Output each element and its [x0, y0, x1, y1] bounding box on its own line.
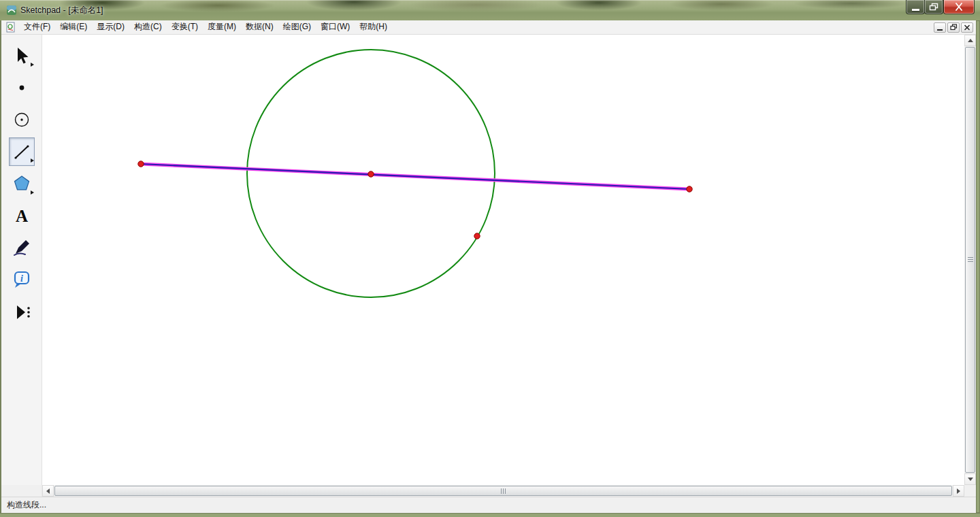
menu-item-help[interactable]: 帮助(H)	[355, 20, 392, 34]
polygon-icon	[11, 172, 33, 195]
sketchpad-window: Sketchpad - [未命名1]	[0, 0, 980, 517]
right-arrow-icon	[957, 488, 960, 494]
horizontal-scroll-thumb[interactable]	[54, 486, 952, 496]
mdi-close-icon	[964, 24, 970, 31]
close-button[interactable]	[943, 0, 975, 14]
window-title: Sketchpad - [未命名1]	[20, 0, 103, 20]
mdi-restore-icon	[950, 24, 958, 31]
geometry-point[interactable]	[687, 186, 692, 192]
vertical-scroll-track[interactable]	[964, 46, 976, 473]
marker-icon	[11, 237, 33, 258]
point-tool[interactable]	[9, 73, 35, 102]
minimize-icon	[912, 9, 919, 11]
text-icon: A	[11, 205, 33, 227]
point-icon	[11, 77, 33, 99]
custom-tool-icon	[11, 301, 33, 322]
grip-icon	[501, 488, 506, 494]
segment-icon	[11, 141, 33, 163]
compass-tool[interactable]	[9, 105, 35, 134]
geometry-point[interactable]	[138, 161, 144, 167]
scroll-up-button[interactable]	[964, 35, 976, 46]
menu-item-data[interactable]: 数据(N)	[241, 20, 278, 34]
geometry-point[interactable]	[474, 233, 480, 239]
selection-arrow-tool[interactable]	[9, 41, 35, 70]
svg-text:A: A	[15, 207, 27, 225]
flyout-arrow-icon	[31, 190, 34, 195]
left-arrow-icon	[46, 488, 50, 494]
minimize-button[interactable]	[906, 0, 925, 14]
menu-item-construct[interactable]: 构造(C)	[129, 20, 167, 34]
scrollbar-corner	[964, 485, 976, 497]
horizontal-scrollbar-row	[1, 485, 976, 497]
maximize-button[interactable]	[924, 0, 943, 14]
compass-circle-icon	[11, 109, 33, 131]
horizontal-scroll-track[interactable]	[54, 485, 953, 497]
custom-tool[interactable]	[9, 297, 35, 326]
geometry-segment[interactable]	[141, 164, 689, 189]
scroll-left-button[interactable]	[42, 485, 54, 497]
status-bar: 构造线段...	[1, 497, 976, 513]
flyout-arrow-icon	[31, 159, 34, 163]
geometry-layer	[42, 35, 964, 485]
toolbox: A i	[1, 35, 42, 485]
marker-tool[interactable]	[9, 233, 35, 262]
grip-icon	[968, 257, 973, 263]
canvas[interactable]	[42, 35, 964, 485]
mdi-close-button[interactable]	[961, 22, 973, 33]
status-text: 构造线段...	[7, 499, 46, 511]
close-icon	[954, 3, 964, 11]
horizontal-scrollbar	[42, 485, 964, 497]
menu-item-graph[interactable]: 绘图(G)	[278, 20, 316, 34]
menu-item-edit[interactable]: 编辑(E)	[55, 20, 92, 34]
menu-item-transform[interactable]: 变换(T)	[167, 20, 203, 34]
window-border-right	[976, 20, 980, 513]
svg-text:i: i	[20, 273, 23, 284]
window-border-bottom	[0, 513, 980, 517]
titlebar[interactable]: Sketchpad - [未命名1]	[0, 0, 980, 20]
vertical-scroll-thumb[interactable]	[965, 47, 975, 473]
information-tool[interactable]: i	[9, 265, 35, 294]
selection-arrow-icon	[11, 45, 33, 67]
scrollbar-left-spacer	[1, 485, 42, 497]
mdi-restore-button[interactable]	[947, 22, 960, 33]
document-icon[interactable]	[5, 22, 16, 33]
restore-icon	[929, 3, 938, 11]
vertical-scrollbar	[964, 35, 976, 485]
mdi-minimize-button[interactable]	[934, 22, 946, 33]
flyout-arrow-icon	[31, 63, 34, 67]
scroll-down-button[interactable]	[964, 473, 976, 485]
menubar: 文件(F) 编辑(E) 显示(D) 构造(C) 变换(T) 度量(M) 数据(N…	[1, 20, 976, 35]
menu-item-window[interactable]: 窗口(W)	[316, 20, 355, 34]
down-arrow-icon	[968, 478, 973, 481]
text-tool[interactable]: A	[9, 201, 35, 230]
menu-item-file[interactable]: 文件(F)	[19, 20, 55, 34]
scroll-right-button[interactable]	[953, 485, 964, 497]
mdi-minimize-icon	[937, 29, 943, 31]
app-icon	[6, 5, 17, 16]
segment-tool[interactable]	[9, 137, 35, 166]
up-arrow-icon	[968, 39, 973, 42]
menu-item-display[interactable]: 显示(D)	[92, 20, 129, 34]
mdi-window-controls	[934, 22, 976, 33]
polygon-tool[interactable]	[9, 169, 35, 198]
menu-item-measure[interactable]: 度量(M)	[203, 20, 241, 34]
information-icon: i	[11, 268, 33, 291]
geometry-point[interactable]	[368, 171, 374, 177]
